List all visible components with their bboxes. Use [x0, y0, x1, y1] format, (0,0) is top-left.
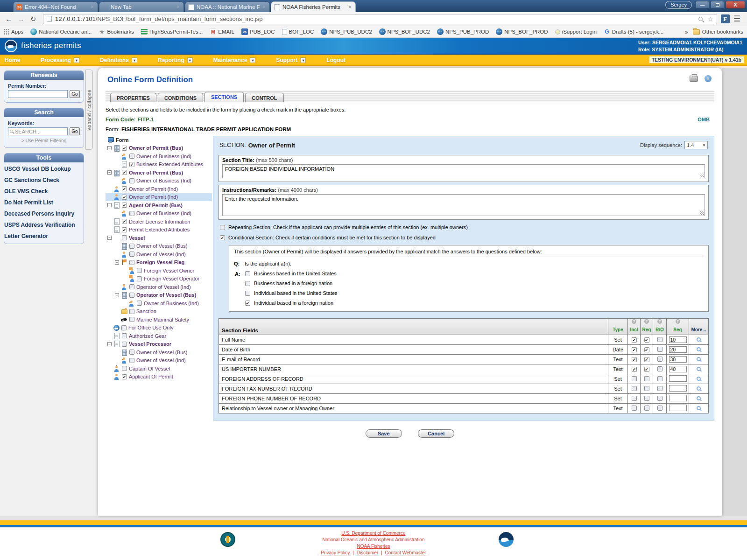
field-ro-checkbox[interactable]: [657, 357, 662, 362]
bookmark-item[interactable]: HighSeasPermit-Tes...: [141, 28, 203, 35]
field-req-checkbox[interactable]: [644, 376, 649, 381]
tree-checkbox[interactable]: [122, 235, 127, 240]
tree-checkbox[interactable]: [129, 358, 134, 363]
field-incl-checkbox[interactable]: [632, 386, 637, 391]
tree-item[interactable]: −Operator of Vessel (Bus): [106, 291, 212, 300]
nav-item-reporting[interactable]: Reporting▾: [158, 57, 193, 63]
tree-checkbox[interactable]: [121, 325, 127, 330]
field-seq-input[interactable]: 20: [669, 346, 687, 353]
tree-item[interactable]: ✔Owner of Permit (Ind): [106, 193, 212, 202]
use-permit-filtering-link[interactable]: > Use Permit Filtering: [8, 138, 80, 143]
field-ro-checkbox[interactable]: [657, 406, 662, 411]
field-seq-input[interactable]: [669, 375, 687, 382]
tree-checkbox[interactable]: ✔: [122, 146, 127, 151]
tree-item[interactable]: ✔Business Extended Attributes: [106, 161, 212, 169]
chrome-profile-button[interactable]: Sergey: [665, 1, 692, 9]
save-button[interactable]: Save: [366, 429, 402, 438]
print-icon[interactable]: [690, 76, 698, 82]
footer-link[interactable]: Privacy Policy: [321, 550, 350, 555]
renewals-go-button[interactable]: Go: [70, 90, 80, 98]
omb-link[interactable]: OMB: [698, 117, 710, 122]
field-ro-checkbox[interactable]: [657, 347, 662, 352]
field-incl-checkbox[interactable]: ✔: [632, 347, 637, 352]
bookmarks-overflow-chevron[interactable]: »: [685, 28, 688, 35]
bookmark-item[interactable]: National Oceanic an...: [30, 28, 92, 35]
tab-close-icon[interactable]: ×: [176, 4, 181, 10]
tree-item[interactable]: ✔Dealer License Information: [106, 217, 212, 226]
field-req-checkbox[interactable]: ✔: [644, 337, 649, 343]
field-req-checkbox[interactable]: [644, 386, 649, 391]
field-ro-checkbox[interactable]: [657, 386, 662, 391]
tool-link[interactable]: USPS Address Verification: [4, 219, 84, 231]
tool-link[interactable]: GC Sanctions Check: [4, 175, 84, 186]
display-sequence-select[interactable]: 1.4 ▼: [684, 141, 708, 149]
help-icon[interactable]: ?: [676, 319, 680, 324]
tree-item[interactable]: Foreign Vessel Operator: [106, 275, 212, 283]
tree-checkbox[interactable]: [129, 260, 134, 265]
field-req-checkbox[interactable]: ✔: [644, 357, 649, 362]
tree-collapse-icon[interactable]: −: [107, 146, 112, 150]
bookmark-item[interactable]: NPS_PUB_UDC2: [321, 28, 372, 35]
tool-link[interactable]: OLE VMS Check: [4, 186, 84, 197]
instructions-textarea[interactable]: Enter the requested information.: [222, 194, 705, 216]
browser-tab[interactable]: New Tab×: [99, 1, 184, 12]
bookmark-item[interactable]: iSupport Login: [555, 29, 597, 35]
help-icon[interactable]: ?: [632, 319, 636, 324]
tree-collapse-icon[interactable]: −: [115, 260, 119, 265]
tree-checkbox[interactable]: [129, 154, 134, 159]
zoom-icon[interactable]: [698, 17, 703, 21]
tree-item[interactable]: For Office Use Only: [106, 324, 212, 332]
tree-checkbox[interactable]: ✔: [122, 374, 127, 379]
tree-checkbox[interactable]: ✔: [122, 203, 127, 208]
tree-checkbox[interactable]: [129, 317, 134, 322]
field-incl-checkbox[interactable]: ✔: [632, 367, 637, 372]
menu-icon[interactable]: ☰: [733, 14, 740, 24]
field-seq-input[interactable]: [669, 385, 687, 392]
tree-collapse-icon[interactable]: −: [107, 170, 112, 175]
address-bar[interactable]: 127.0.0.1:7101/NPS_BOF/bof_form_def/nps_…: [43, 14, 717, 24]
tree-collapse-icon[interactable]: −: [107, 236, 112, 240]
tab-conditions[interactable]: CONDITIONS: [158, 93, 203, 102]
tree-collapse-icon[interactable]: −: [107, 203, 112, 207]
tree-checkbox[interactable]: [129, 178, 134, 183]
answer-checkbox[interactable]: [245, 281, 250, 286]
field-incl-checkbox[interactable]: [632, 406, 637, 411]
repeating-section-checkbox[interactable]: [220, 225, 225, 230]
tree-checkbox[interactable]: [122, 342, 127, 347]
tree-item[interactable]: −✔Owner of Permit (Bus): [106, 144, 212, 153]
tree-checkbox[interactable]: [129, 309, 134, 314]
tree-collapse-icon[interactable]: −: [115, 293, 119, 297]
magnifier-icon[interactable]: [697, 347, 701, 351]
tab-control[interactable]: CONTROL: [245, 93, 283, 102]
tree-checkbox[interactable]: [129, 244, 134, 249]
tree-checkbox[interactable]: ✔: [129, 162, 134, 167]
tree-item[interactable]: Foreign Vessel Owner: [106, 266, 212, 275]
tree-item[interactable]: Owner of Vessel (Bus): [106, 242, 212, 251]
field-seq-input[interactable]: 30: [669, 356, 687, 363]
field-seq-input[interactable]: [669, 405, 687, 411]
tree-item[interactable]: Marine Mammal Safety: [106, 315, 212, 324]
tree-item[interactable]: Form: [106, 136, 212, 144]
browser-tab[interactable]: 26Error 404--Not Found×: [13, 1, 98, 12]
tree-item[interactable]: ✔Applicant Of Permit: [106, 373, 212, 381]
tree-item[interactable]: Owner of Business (Ind): [106, 210, 212, 218]
tree-checkbox[interactable]: ✔: [122, 195, 127, 200]
field-ro-checkbox[interactable]: [657, 376, 662, 381]
cancel-button[interactable]: Cancel: [418, 429, 454, 438]
tab-close-icon[interactable]: ×: [347, 4, 352, 10]
tree-item[interactable]: Owner of Business (Ind): [106, 299, 212, 308]
tree-checkbox[interactable]: [129, 350, 134, 355]
tree-item[interactable]: Authorized Gear: [106, 332, 212, 340]
nav-item-maintenance[interactable]: Maintenance▾: [213, 57, 256, 63]
field-seq-input[interactable]: 40: [669, 366, 687, 372]
magnifier-icon[interactable]: [697, 406, 701, 410]
answer-checkbox[interactable]: [245, 271, 250, 276]
restore-button[interactable]: [711, 1, 724, 9]
search-go-button[interactable]: Go: [70, 127, 80, 135]
answer-checkbox[interactable]: [245, 291, 250, 296]
tree-item[interactable]: −✔Agent Of Permit (Bus): [106, 201, 212, 210]
tree-checkbox[interactable]: ✔: [122, 227, 127, 232]
tree-item[interactable]: Sanction: [106, 308, 212, 316]
tab-sections[interactable]: SECTIONS: [204, 92, 244, 102]
tool-link[interactable]: Letter Generator: [4, 231, 84, 242]
